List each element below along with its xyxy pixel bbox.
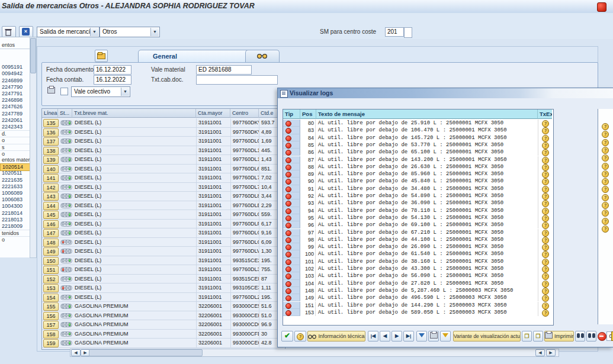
log-col-pos[interactable]: Pos — [300, 109, 316, 119]
message-detail-coin-icon[interactable]: ? — [602, 194, 609, 201]
txex-cell[interactable]: ? — [538, 163, 552, 170]
line-number-button[interactable]: 143 — [43, 192, 59, 201]
save-variant-button[interactable]: ❐ — [533, 331, 543, 342]
tip-cell[interactable] — [283, 221, 300, 228]
sidebar-item[interactable]: tenidos — [0, 230, 30, 237]
material-text-cell[interactable]: GASOLINA PREMIUM — [73, 339, 196, 348]
tip-cell[interactable] — [283, 156, 300, 163]
gl-account-cell[interactable]: 31911001 — [196, 146, 230, 156]
line-number-button[interactable]: 148 — [43, 239, 59, 247]
message-detail-coin-icon[interactable]: ? — [602, 139, 609, 146]
line-number-button[interactable]: 135 — [43, 119, 59, 127]
col-header-material[interactable]: Txt.breve mat. — [72, 109, 196, 118]
sidebar-item[interactable]: s — [0, 144, 30, 151]
sidebar-item[interactable]: 2247790 — [0, 84, 30, 91]
cost-center-cell[interactable]: 997760DL1F — [230, 155, 259, 165]
sidebar-item[interactable]: 2246899 — [0, 78, 30, 84]
sidebar-item[interactable]: 0094942 — [0, 70, 30, 77]
message-detail-coin-icon[interactable]: ? — [542, 142, 549, 149]
material-text-cell[interactable]: DIESEL (L) — [73, 220, 196, 229]
message-detail-coin-icon[interactable]: ? — [542, 288, 549, 295]
message-detail-coin-icon[interactable]: ? — [542, 295, 549, 302]
sidebar-item[interactable]: 2247791 — [0, 91, 30, 97]
tip-cell[interactable] — [283, 178, 300, 185]
line-number-button[interactable]: 138 — [43, 147, 59, 155]
tip-cell[interactable] — [283, 199, 300, 207]
message-detail-coin-icon[interactable]: ? — [542, 244, 549, 251]
material-text-cell[interactable]: DIESEL (L) — [73, 256, 196, 266]
gl-account-cell[interactable]: 31911001 — [196, 220, 230, 229]
cost-center-cell[interactable]: 993000CD0M — [230, 320, 259, 330]
line-number-button[interactable]: 158 — [43, 330, 59, 339]
doc-subtype-dropdown[interactable]: Otros ▼ — [100, 27, 160, 37]
gl-account-cell[interactable]: 32206001 — [196, 330, 230, 339]
material-text-cell[interactable]: DIESEL (L) — [73, 284, 196, 293]
line-number-button[interactable]: 156 — [43, 312, 59, 320]
message-detail-coin-icon[interactable]: ? — [542, 302, 549, 310]
message-detail-coin-icon[interactable]: ? — [542, 266, 549, 273]
cost-center-cell[interactable]: 997760DKV9 — [230, 128, 259, 137]
cost-center-cell[interactable]: 993000CEH0 — [230, 311, 259, 321]
set-filter-button[interactable] — [440, 331, 451, 342]
fecha-documento-input[interactable] — [94, 65, 131, 75]
material-text-cell[interactable]: DIESEL (L) — [73, 265, 196, 275]
txex-cell[interactable]: ? — [538, 309, 552, 316]
tip-cell[interactable] — [283, 265, 300, 272]
tip-cell[interactable] — [283, 272, 300, 279]
cost-center-cell[interactable]: 997760DLC8 — [230, 210, 259, 220]
confirm-button[interactable]: ✔ — [281, 331, 293, 342]
material-text-cell[interactable]: DIESEL (L) — [73, 137, 196, 146]
tip-cell[interactable] — [283, 294, 300, 301]
txex-cell[interactable]: ? — [538, 280, 552, 287]
message-detail-coin-icon[interactable]: ? — [542, 222, 549, 229]
gl-account-cell[interactable]: 32206001 — [196, 320, 230, 330]
line-number-button[interactable]: 155 — [43, 302, 59, 311]
col-header-linea[interactable]: Línea — [42, 109, 58, 118]
tip-cell[interactable] — [283, 236, 300, 243]
cost-center-cell[interactable]: 997760DL2C — [230, 293, 259, 302]
gl-account-cell[interactable]: 31911001 — [196, 275, 230, 284]
line-number-button[interactable]: 153 — [43, 284, 59, 292]
sidebar-scrollbar-thumb[interactable] — [30, 38, 36, 73]
message-detail-coin-icon[interactable]: ? — [542, 171, 549, 178]
cost-center-cell[interactable]: 997760DL1B — [230, 146, 259, 156]
txex-cell[interactable]: ? — [538, 156, 552, 163]
message-detail-coin-icon[interactable]: ? — [542, 135, 549, 142]
tip-cell[interactable] — [283, 120, 300, 127]
message-detail-coin-icon[interactable]: ? — [542, 259, 549, 266]
material-text-cell[interactable]: DIESEL (L) — [73, 155, 196, 165]
txex-cell[interactable]: ? — [538, 272, 552, 279]
message-detail-coin-icon[interactable]: ? — [602, 178, 609, 185]
gl-account-cell[interactable]: 31911001 — [196, 201, 230, 211]
informacion-tecnica-button[interactable]: Información técnica — [307, 331, 365, 342]
material-text-cell[interactable]: DIESEL (L) — [73, 210, 196, 220]
gl-account-cell[interactable]: 32206001 — [196, 339, 230, 348]
gl-account-cell[interactable]: 31911001 — [196, 238, 230, 247]
col-header-centro[interactable]: Centro co... — [230, 109, 259, 118]
cost-center-cell[interactable]: 997760DLV5 — [230, 247, 259, 256]
txex-cell[interactable]: ? — [538, 221, 552, 228]
line-number-button[interactable]: 159 — [43, 339, 59, 347]
material-text-cell[interactable]: DIESEL (L) — [73, 228, 196, 238]
sidebar-item[interactable]: 2242061 — [0, 117, 30, 124]
col-header-status[interactable]: St... — [58, 109, 72, 118]
tip-cell[interactable] — [283, 163, 300, 170]
cost-center-cell[interactable]: 993000CE6W — [230, 339, 259, 348]
cost-center-cell[interactable]: 997760DL3C — [230, 265, 259, 275]
txex-cell[interactable]: ? — [538, 229, 552, 236]
vale-colectivo-dropdown[interactable]: Vale colectivo ▼ — [71, 86, 130, 97]
sidebar-item[interactable]: d. — [0, 130, 30, 137]
sidebar-item[interactable]: 2221635 — [0, 177, 30, 183]
first-page-button[interactable]: |◀ — [368, 331, 378, 342]
fecha-contab-input[interactable] — [94, 75, 131, 85]
message-detail-coin-icon[interactable]: ? — [542, 186, 549, 193]
message-detail-coin-icon[interactable]: ? — [602, 210, 609, 217]
material-text-cell[interactable]: GASOLINA PREMIUM — [73, 330, 196, 339]
header-detail-button[interactable] — [95, 50, 108, 62]
txex-cell[interactable]: ? — [538, 185, 552, 192]
scroll-right-button-right-end[interactable]: ▶ — [546, 349, 556, 356]
print-checkbox[interactable] — [60, 88, 68, 95]
line-number-button[interactable]: 154 — [43, 294, 59, 302]
find-next-button[interactable] — [586, 331, 596, 342]
sidebar-item[interactable]: 2246898 — [0, 97, 30, 104]
